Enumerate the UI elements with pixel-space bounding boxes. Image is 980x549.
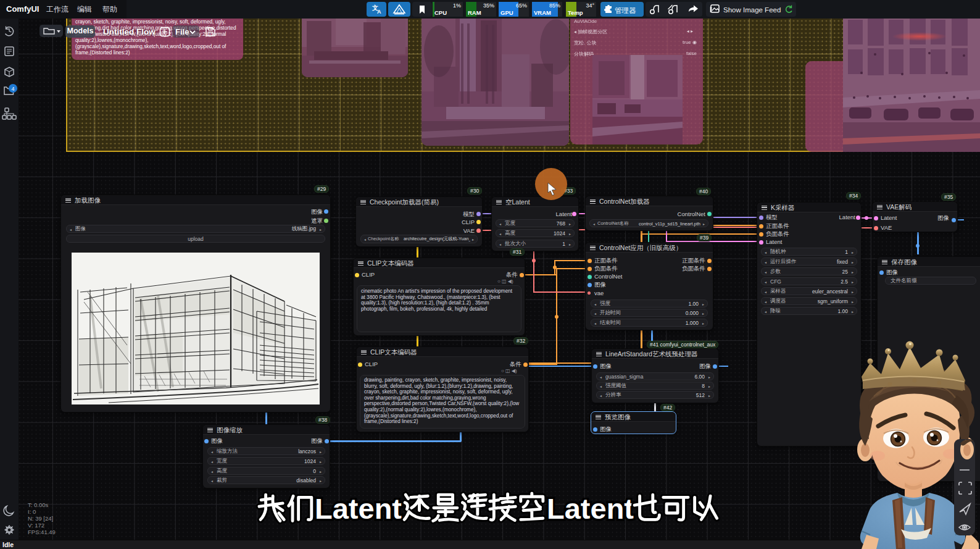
svg-text:4: 4 bbox=[11, 86, 14, 92]
svg-text:Latent: Latent bbox=[547, 492, 634, 525]
svg-text:A: A bbox=[377, 9, 381, 15]
svg-text:Latent: Latent bbox=[315, 492, 402, 525]
